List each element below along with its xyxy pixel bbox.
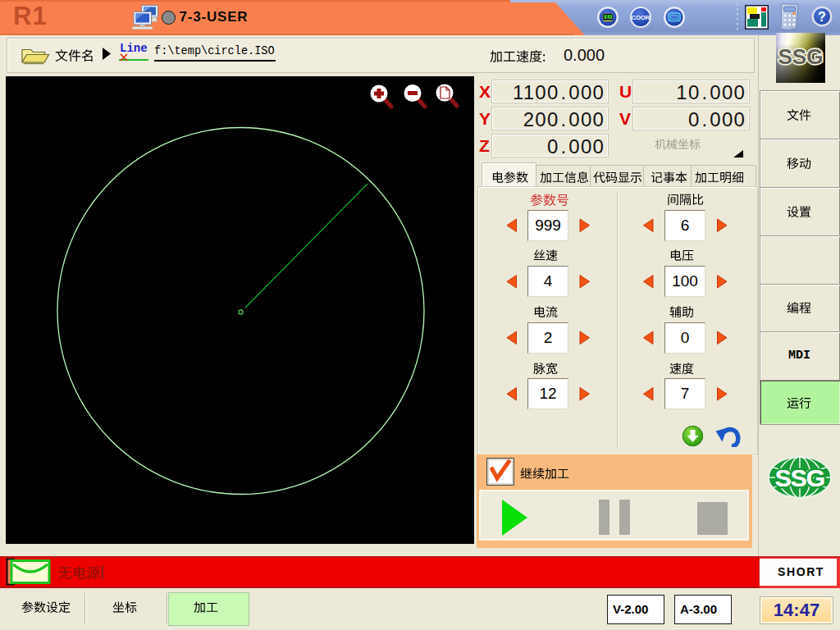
svg-text:COOR: COOR bbox=[632, 14, 651, 21]
svg-text:?: ? bbox=[818, 10, 826, 24]
svg-text:SSG: SSG bbox=[778, 44, 824, 69]
svg-text:SSG: SSG bbox=[775, 464, 824, 491]
